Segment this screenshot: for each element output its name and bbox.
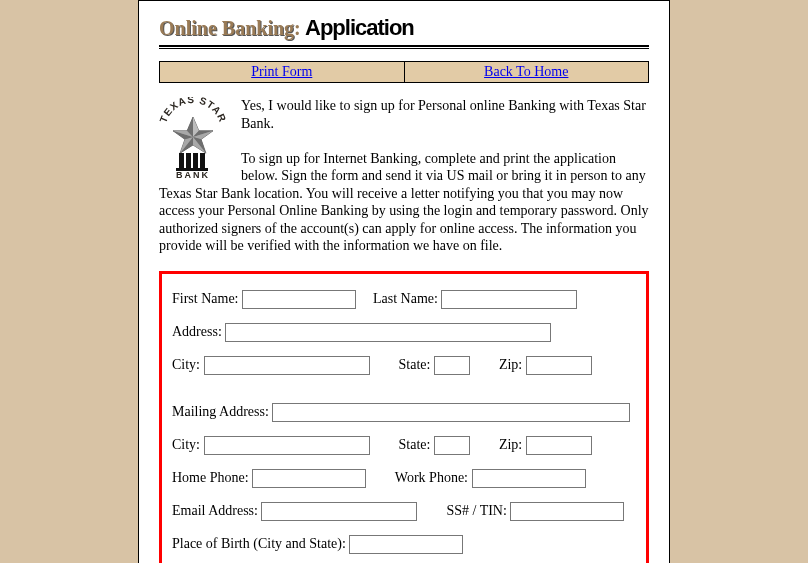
nav-cell-print: Print Form bbox=[160, 62, 405, 83]
intro-paragraph: To sign up for Internet Banking, complet… bbox=[159, 151, 649, 254]
row-city2: City: State: Zip: bbox=[172, 436, 636, 455]
work-phone-label: Work Phone: bbox=[395, 469, 468, 484]
svg-rect-12 bbox=[179, 153, 184, 168]
bank-logo: TEXAS STAR bbox=[159, 97, 229, 181]
mailing-label: Mailing Address: bbox=[172, 403, 269, 418]
star-icon: TEXAS STAR bbox=[159, 97, 227, 179]
title-colon: : bbox=[294, 17, 301, 39]
email-label: Email Address: bbox=[172, 502, 258, 517]
mailing-address-input[interactable] bbox=[272, 403, 630, 422]
form-page: Online Banking: Application Print Form B… bbox=[138, 0, 670, 563]
state-input[interactable] bbox=[434, 356, 470, 375]
zip2-label: Zip: bbox=[499, 436, 522, 451]
home-phone-label: Home Phone: bbox=[172, 469, 249, 484]
state2-label: State: bbox=[399, 436, 431, 451]
city2-label: City: bbox=[172, 436, 200, 451]
row-name: First Name: Last Name: bbox=[172, 290, 636, 309]
row-address: Address: bbox=[172, 323, 636, 342]
spacer bbox=[172, 389, 636, 403]
city2-input[interactable] bbox=[204, 436, 370, 455]
back-home-link[interactable]: Back To Home bbox=[484, 64, 568, 79]
row-mailing: Mailing Address: bbox=[172, 403, 636, 422]
zip-input[interactable] bbox=[526, 356, 592, 375]
title-application: Application bbox=[301, 15, 414, 40]
last-name-label: Last Name: bbox=[373, 290, 438, 305]
first-name-label: First Name: bbox=[172, 290, 239, 305]
ssn-input[interactable] bbox=[510, 502, 624, 521]
email-input[interactable] bbox=[261, 502, 417, 521]
ssn-label: SS# / TIN: bbox=[446, 502, 506, 517]
page-title: Online Banking: Application bbox=[159, 11, 649, 43]
header-rule-thin bbox=[159, 48, 649, 49]
address-input[interactable] bbox=[225, 323, 551, 342]
intro-block: TEXAS STAR bbox=[159, 97, 649, 255]
header-rule-thick bbox=[159, 45, 649, 47]
title-online-banking: Online Banking bbox=[159, 17, 294, 39]
row-email-ssn: Email Address: SS# / TIN: bbox=[172, 502, 636, 521]
home-phone-input[interactable] bbox=[252, 469, 366, 488]
city-input[interactable] bbox=[204, 356, 370, 375]
intro-line1: Yes, I would like to sign up for Persona… bbox=[241, 98, 646, 131]
zip-label: Zip: bbox=[499, 356, 522, 371]
zip2-input[interactable] bbox=[526, 436, 592, 455]
nav-cell-home: Back To Home bbox=[404, 62, 649, 83]
svg-rect-13 bbox=[186, 153, 191, 168]
last-name-input[interactable] bbox=[441, 290, 577, 309]
state-label: State: bbox=[399, 356, 431, 371]
row-phones: Home Phone: Work Phone: bbox=[172, 469, 636, 488]
nav-table: Print Form Back To Home bbox=[159, 61, 649, 83]
state2-input[interactable] bbox=[434, 436, 470, 455]
first-name-input[interactable] bbox=[242, 290, 356, 309]
application-form: First Name: Last Name: Address: City: St… bbox=[159, 271, 649, 564]
work-phone-input[interactable] bbox=[472, 469, 586, 488]
row-city-state-zip: City: State: Zip: bbox=[172, 356, 636, 375]
svg-text:BANK: BANK bbox=[176, 170, 210, 179]
address-label: Address: bbox=[172, 323, 222, 338]
print-form-link[interactable]: Print Form bbox=[251, 64, 312, 79]
city-label: City: bbox=[172, 356, 200, 371]
svg-rect-14 bbox=[193, 153, 198, 168]
pob-label: Place of Birth (City and State): bbox=[172, 535, 346, 550]
row-pob: Place of Birth (City and State): bbox=[172, 535, 636, 554]
svg-rect-15 bbox=[200, 153, 205, 168]
pob-input[interactable] bbox=[349, 535, 463, 554]
